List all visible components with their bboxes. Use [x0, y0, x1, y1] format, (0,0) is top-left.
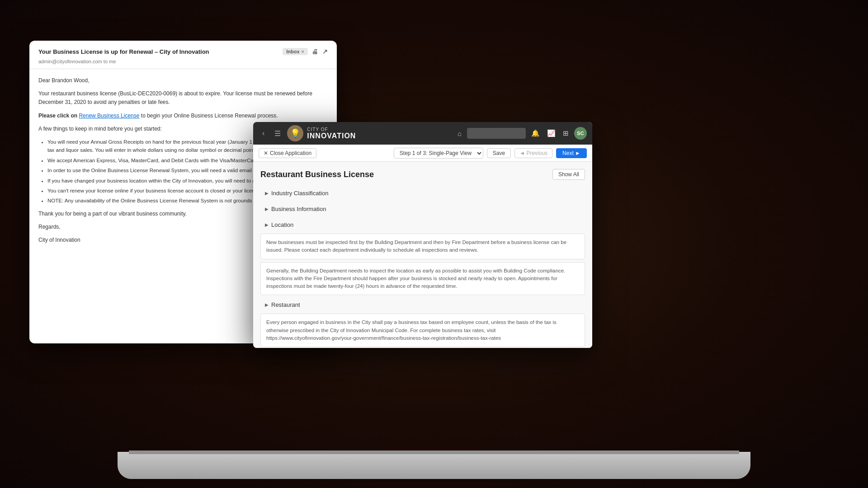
industry-label: Industry Classification: [271, 190, 328, 197]
nav-bell-icon[interactable]: 🔔: [529, 127, 542, 139]
page-header: Restaurant Business License Show All: [260, 169, 585, 180]
laptop-base: [118, 452, 750, 479]
email-subject-text: Your Business License is up for Renewal …: [38, 48, 209, 55]
email-subject-right: Inbox × 🖨 ↗: [283, 48, 328, 55]
business-arrow-icon: ▶: [265, 206, 269, 211]
email-action-icons: 🖨 ↗: [311, 48, 328, 55]
info-box-1: New businesses must be inspected first b…: [260, 234, 585, 259]
show-all-button[interactable]: Show All: [552, 169, 585, 180]
nav-logo-city: City of: [307, 127, 356, 132]
industry-arrow-icon: ▶: [265, 191, 269, 196]
email-header: Your Business License is up for Renewal …: [29, 41, 337, 69]
nav-back-button[interactable]: ‹: [259, 127, 268, 139]
page-title: Restaurant Business License: [260, 170, 374, 179]
nav-logo-innovation: INNOVATION: [307, 132, 356, 140]
nav-logo: 💡 City of INNOVATION: [287, 125, 356, 141]
restaurant-section: ▶ Restaurant: [260, 298, 585, 312]
restaurant-header[interactable]: ▶ Restaurant: [260, 298, 585, 312]
email-from: admin@cityofinnovation.com to me: [38, 59, 328, 64]
save-button[interactable]: Save: [487, 148, 511, 158]
email-body-para1: Your restaurant business license (BusLic…: [38, 89, 328, 107]
email-please-click: Please click on: [38, 113, 79, 119]
print-icon[interactable]: 🖨: [311, 48, 318, 55]
inbox-label: Inbox: [286, 49, 299, 54]
close-application-button[interactable]: ✕ Close Application: [259, 148, 316, 158]
restaurant-arrow-icon: ▶: [265, 302, 269, 307]
business-header[interactable]: ▶ Business Information: [260, 202, 585, 216]
app-window: ‹ ☰ 💡 City of INNOVATION ⌂ 🔔 📈 ⊞ SC ✕ Cl…: [253, 122, 592, 348]
nav-logo-text: City of INNOVATION: [307, 127, 356, 140]
industry-section: ▶ Industry Classification: [260, 186, 585, 200]
close-icon: ✕: [264, 150, 268, 156]
restaurant-label: Restaurant: [271, 301, 300, 308]
nav-logo-icon: 💡: [287, 125, 303, 141]
tax-body-text: Every person engaged in business in the …: [260, 314, 585, 347]
laptop-hinge: [129, 450, 739, 454]
app-navbar: ‹ ☰ 💡 City of INNOVATION ⌂ 🔔 📈 ⊞ SC: [253, 122, 592, 145]
location-label: Location: [271, 221, 293, 228]
email-link-suffix: to begin your Online Business License Re…: [139, 113, 278, 119]
business-section: ▶ Business Information: [260, 202, 585, 216]
location-section: ▶ Location: [260, 218, 585, 232]
close-application-label: Close Application: [270, 150, 311, 156]
business-label: Business Information: [271, 206, 326, 212]
previous-button[interactable]: ◄ Previous: [514, 148, 552, 158]
location-arrow-icon: ▶: [265, 222, 269, 227]
nav-avatar[interactable]: SC: [574, 127, 587, 140]
app-content: Restaurant Business License Show All ▶ I…: [253, 162, 592, 348]
app-toolbar: ✕ Close Application Step 1 of 3: Single-…: [253, 145, 592, 162]
renew-license-link[interactable]: Renew Business License: [79, 113, 139, 119]
nav-home-icon[interactable]: ⌂: [456, 128, 463, 139]
nav-menu-button[interactable]: ☰: [272, 127, 283, 140]
inbox-close-icon[interactable]: ×: [302, 49, 304, 54]
step-select[interactable]: Step 1 of 3: Single-Page View: [394, 148, 483, 159]
email-greeting: Dear Brandon Wood,: [38, 76, 328, 85]
nav-search-input[interactable]: [467, 128, 526, 139]
info-box-2: Generally, the Building Department needs…: [260, 262, 585, 296]
next-button[interactable]: Next ►: [556, 148, 587, 158]
location-header[interactable]: ▶ Location: [260, 218, 585, 232]
nav-chart-icon[interactable]: 📈: [545, 127, 557, 139]
email-subject-row: Your Business License is up for Renewal …: [38, 48, 328, 55]
industry-header[interactable]: ▶ Industry Classification: [260, 186, 585, 200]
email-body-link-para: Please click on Renew Business License t…: [38, 112, 328, 120]
nav-grid-icon[interactable]: ⊞: [561, 127, 571, 139]
inbox-badge[interactable]: Inbox ×: [283, 48, 308, 55]
open-external-icon[interactable]: ↗: [322, 48, 328, 55]
